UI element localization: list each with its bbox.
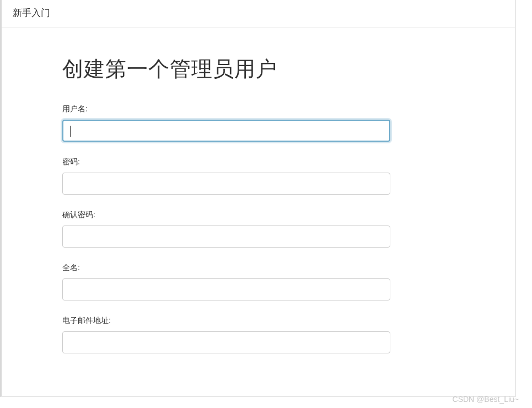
fullname-label: 全名: (62, 263, 454, 273)
watermark: CSDN @Best_Liu~ (453, 395, 519, 404)
email-input[interactable] (62, 331, 390, 353)
confirm-password-input[interactable] (62, 226, 390, 248)
confirm-password-label: 确认密码: (62, 210, 454, 220)
form-group-confirm-password: 确认密码: (62, 210, 454, 248)
window-frame: 新手入门 创建第一个管理员用户 用户名: 密码: 确认密码: 全名: 电子邮件地… (0, 0, 516, 397)
username-input[interactable] (62, 120, 390, 142)
form-group-username: 用户名: (62, 104, 454, 142)
content-area: 创建第一个管理员用户 用户名: 密码: 确认密码: 全名: 电子邮件地址: (2, 28, 515, 353)
username-label: 用户名: (62, 104, 454, 114)
text-cursor (70, 126, 71, 137)
form-group-email: 电子邮件地址: (62, 316, 454, 353)
fullname-input[interactable] (62, 278, 390, 300)
page-title: 创建第一个管理员用户 (62, 55, 454, 83)
form-group-fullname: 全名: (62, 263, 454, 300)
email-label: 电子邮件地址: (62, 316, 454, 326)
header-bar: 新手入门 (2, 0, 515, 28)
header-title: 新手入门 (13, 8, 50, 18)
password-input[interactable] (62, 173, 390, 195)
form-group-password: 密码: (62, 157, 454, 195)
username-input-wrap (62, 120, 454, 142)
password-label: 密码: (62, 157, 454, 167)
